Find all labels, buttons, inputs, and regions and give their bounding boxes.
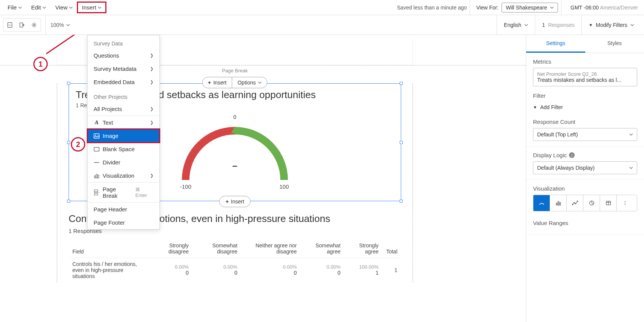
modify-filters-button[interactable]: ▼ Modify Filters [581, 15, 641, 35]
chevron-right-icon: ❯ [150, 66, 153, 71]
metric-main: Treats mistakes and setbacks as l... [537, 77, 633, 83]
canvas-area[interactable]: Survey Data Questions ❯ Survey Metadata … [0, 35, 526, 322]
svg-point-5 [95, 134, 96, 135]
svg-line-14 [46, 35, 85, 54]
gauge-value: – [232, 160, 237, 170]
modify-filters-label: Modify Filters [596, 22, 627, 28]
svg-rect-9 [96, 174, 97, 178]
dropdown-all-projects[interactable]: All Projects ❯ [88, 102, 159, 116]
dropdown-section-survey: Survey Data [88, 35, 159, 49]
image-icon [94, 133, 100, 139]
table-header: Strongly disagree [149, 239, 192, 258]
dropdown-divider-label: Divider [103, 159, 120, 166]
export-button[interactable] [16, 19, 28, 31]
timezone: GMT -06:00 America/Denver [567, 5, 641, 11]
toolbar-left: PDF 100% [3, 15, 70, 35]
annotation-step-1: 1 [33, 57, 48, 71]
viz-toolbar-options-label: Options [238, 80, 256, 86]
viz-type-table[interactable] [600, 195, 617, 211]
insert-below-button[interactable]: + Insert [219, 196, 250, 207]
dropdown-image-label: Image [103, 133, 119, 139]
dropdown-text[interactable]: A Text ❯ [88, 116, 159, 129]
menu-insert-label: Insert [82, 4, 96, 11]
resize-handle[interactable] [67, 141, 70, 144]
dropdown-page-footer[interactable]: Page Footer [88, 216, 159, 229]
dropdown-page-break[interactable]: Page Break ⌘ Enter [88, 183, 159, 202]
svg-rect-6 [94, 147, 99, 151]
zoom-select[interactable]: 100% [45, 15, 70, 35]
svg-rect-16 [556, 203, 557, 205]
language-value: English [504, 22, 521, 28]
dropdown-survey-metadata[interactable]: Survey Metadata ❯ [88, 62, 159, 75]
dropdown-questions[interactable]: Questions ❯ [88, 49, 159, 62]
plus-icon: + [225, 199, 228, 205]
resize-handle[interactable] [400, 82, 403, 85]
pdf-button[interactable]: PDF [4, 19, 16, 31]
tool-group-export: PDF [3, 18, 41, 32]
viz-type-more[interactable] [617, 195, 633, 211]
dropdown-page-footer-label: Page Footer [94, 219, 125, 226]
svg-point-28 [625, 203, 625, 203]
sidebar-tabs: Settings Styles [526, 35, 644, 53]
page-break-icon [94, 189, 100, 195]
chevron-down-icon [66, 24, 70, 26]
language-select[interactable]: English [497, 15, 535, 35]
dropdown-text-label: Text [103, 119, 113, 126]
dropdown-embedded-data[interactable]: Embedded Data ❯ [88, 75, 159, 89]
add-filter-button[interactable]: ▼ Add Filter [533, 102, 637, 113]
response-count-select[interactable]: Default (Top Left) [533, 128, 637, 141]
timezone-region: America/Denver [600, 5, 638, 11]
table-header: Somewhat disagree [192, 239, 241, 258]
responses-count: 1 Responses [535, 15, 581, 35]
chevron-down-icon [629, 167, 633, 169]
tab-styles[interactable]: Styles [585, 35, 644, 53]
menu-insert[interactable]: Insert [77, 2, 106, 13]
resize-handle[interactable] [400, 200, 403, 203]
viz-type-line[interactable] [567, 195, 583, 211]
dropdown-visualization[interactable]: Visualization ❯ [88, 169, 159, 182]
zoom-value: 100% [50, 22, 64, 28]
dropdown-page-header[interactable]: Page Header [88, 203, 159, 216]
info-icon[interactable]: i [569, 152, 575, 158]
menu-view-label: View [55, 4, 67, 11]
tab-settings[interactable]: Settings [526, 35, 585, 53]
timezone-offset: GMT -06:00 [571, 5, 599, 11]
viz-type-bar[interactable] [550, 195, 567, 211]
plus-icon: + [208, 80, 211, 86]
dropdown-all-projects-label: All Projects [94, 106, 122, 112]
display-logic-section: Display Logic i Default (Always Display) [526, 147, 644, 180]
view-for-select[interactable]: Will Shakespeare [502, 3, 558, 13]
table-cell: 0.00%0 [192, 258, 241, 282]
svg-point-27 [625, 201, 625, 202]
dropdown-blank-space[interactable]: Blank Space [88, 142, 159, 156]
visualization-label: Visualization [533, 185, 637, 192]
table-header: Total [382, 239, 401, 258]
viz-toolbar-options[interactable]: Options [232, 77, 267, 88]
dropdown-page-header-label: Page Header [94, 206, 127, 213]
dropdown-divider-item[interactable]: Divider [88, 156, 159, 169]
chevron-down-icon [98, 6, 102, 9]
viz-toolbar-insert[interactable]: + Insert [203, 77, 232, 88]
table-cell: 0.00%0 [241, 258, 301, 282]
resize-handle[interactable] [67, 82, 70, 85]
metric-selector[interactable]: Net Promoter Score Q2_26 Treats mistakes… [533, 68, 637, 86]
dropdown-questions-label: Questions [94, 52, 119, 59]
resize-handle[interactable] [400, 141, 403, 144]
dropdown-image[interactable]: Image [88, 129, 159, 142]
export-icon [19, 22, 25, 28]
gear-icon [31, 22, 37, 28]
viz-type-pie[interactable] [583, 195, 600, 211]
menu-edit[interactable]: Edit [27, 2, 51, 13]
chevron-down-icon [18, 6, 22, 9]
menu-file[interactable]: File [3, 2, 27, 13]
annotation-step-2: 2 [71, 137, 85, 152]
settings-button[interactable] [28, 19, 40, 31]
viz-toolbar-insert-label: Insert [213, 80, 227, 86]
resize-handle[interactable] [67, 200, 70, 203]
gauge-svg: 0 – -100 100 [170, 114, 299, 189]
display-logic-select[interactable]: Default (Always Display) [533, 161, 637, 174]
viz-type-gauge[interactable] [533, 195, 550, 211]
save-status: Saved less than a minute ago [397, 0, 470, 15]
dropdown-section-other: Other Projects [88, 89, 159, 102]
menu-view[interactable]: View [51, 2, 77, 13]
